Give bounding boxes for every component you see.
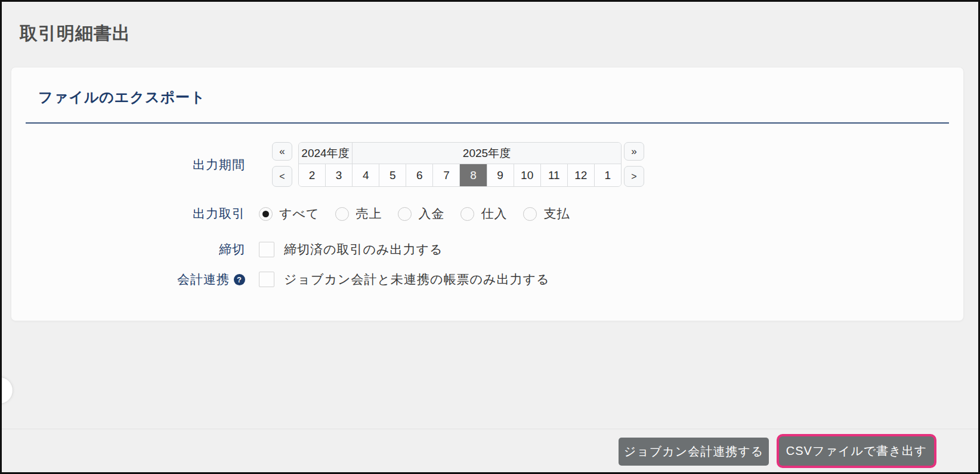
- month-cell-11[interactable]: 11: [541, 164, 568, 186]
- radio-sales-label: 売上: [355, 205, 382, 222]
- radio-selected-icon: [259, 207, 273, 221]
- export-card: ファイルのエクスポート 出力期間 « < 2024年度 2025年度 2 3 4…: [11, 67, 964, 321]
- month-cell-7[interactable]: 7: [433, 164, 460, 186]
- radio-deposit[interactable]: 入金: [398, 205, 444, 222]
- radio-all[interactable]: すべて: [259, 205, 319, 222]
- month-cell-4[interactable]: 4: [353, 164, 379, 186]
- radio-unselected-icon: [523, 207, 537, 221]
- month-cell-5[interactable]: 5: [379, 164, 406, 186]
- month-cell-8-selected[interactable]: 8: [460, 164, 487, 186]
- output-transaction-label: 出力取引: [11, 205, 245, 222]
- month-cell-9[interactable]: 9: [487, 164, 514, 186]
- next-year-button[interactable]: »: [624, 142, 644, 161]
- footer-divider: [0, 429, 980, 429]
- month-row: 2 3 4 5 6 7 8 9 10 11 12 1: [299, 164, 621, 186]
- radio-unselected-icon: [335, 207, 349, 221]
- period-picker: « < 2024年度 2025年度 2 3 4 5 6 7 8 9 10: [272, 142, 644, 187]
- period-right-arrows: » >: [624, 142, 644, 187]
- month-cell-10[interactable]: 10: [514, 164, 541, 186]
- fiscal-year-row: 2024年度 2025年度: [299, 143, 621, 164]
- help-icon[interactable]: ?: [234, 274, 245, 285]
- jobcan-accounting-link-button[interactable]: ジョブカン会計連携する: [619, 438, 769, 466]
- chevron-right-icon: >: [631, 172, 636, 181]
- prev-month-button[interactable]: <: [272, 166, 292, 187]
- output-period-row: 出力期間 « < 2024年度 2025年度 2 3 4 5 6 7 8: [11, 142, 963, 187]
- month-cell-3[interactable]: 3: [326, 164, 353, 186]
- double-chevron-right-icon: »: [631, 146, 636, 156]
- prev-year-button[interactable]: «: [272, 142, 292, 161]
- transaction-radio-group: すべて 売上 入金 仕入 支払: [259, 205, 570, 222]
- csv-export-button[interactable]: CSVファイルで書き出す: [779, 436, 934, 466]
- radio-payment-label: 支払: [543, 205, 570, 222]
- deadline-row: 締切 締切済の取引のみ出力する: [11, 241, 963, 258]
- month-cell-1[interactable]: 1: [595, 164, 621, 186]
- month-cell-6[interactable]: 6: [406, 164, 433, 186]
- page-title: 取引明細書出: [20, 21, 131, 46]
- period-left-arrows: « <: [272, 142, 292, 187]
- accounting-checkbox[interactable]: [259, 272, 274, 287]
- chevron-left-icon: <: [279, 172, 285, 181]
- month-cell-2[interactable]: 2: [299, 164, 326, 186]
- radio-sales[interactable]: 売上: [335, 205, 382, 222]
- period-table: 2024年度 2025年度 2 3 4 5 6 7 8 9 10 11 12 1: [298, 142, 622, 187]
- deadline-label: 締切: [11, 241, 245, 258]
- radio-unselected-icon: [398, 207, 412, 221]
- heading-divider: [26, 122, 949, 124]
- next-month-button[interactable]: >: [624, 166, 644, 187]
- accounting-row: 会計連携 ? ジョブカン会計と未連携の帳票のみ出力する: [11, 271, 963, 288]
- output-period-label: 出力期間: [11, 156, 245, 173]
- fiscal-year-2025: 2025年度: [353, 143, 621, 164]
- radio-all-label: すべて: [279, 205, 319, 222]
- accounting-label: 会計連携 ?: [11, 271, 245, 288]
- accounting-checkbox-label: ジョブカン会計と未連携の帳票のみ出力する: [284, 271, 549, 288]
- double-chevron-left-icon: «: [279, 146, 285, 156]
- side-panel-handle[interactable]: [0, 377, 13, 404]
- deadline-control: 締切済の取引のみ出力する: [259, 241, 443, 258]
- radio-deposit-label: 入金: [418, 205, 444, 222]
- radio-purchase[interactable]: 仕入: [460, 205, 507, 222]
- fiscal-year-2024: 2024年度: [299, 143, 353, 164]
- deadline-checkbox[interactable]: [259, 242, 274, 257]
- accounting-control: ジョブカン会計と未連携の帳票のみ出力する: [259, 271, 549, 288]
- card-heading: ファイルのエクスポート: [38, 88, 206, 107]
- output-transaction-row: 出力取引 すべて 売上 入金 仕入 支払: [11, 205, 963, 222]
- accounting-label-text: 会計連携: [177, 271, 230, 288]
- radio-unselected-icon: [460, 207, 474, 221]
- radio-purchase-label: 仕入: [481, 205, 507, 222]
- month-cell-12[interactable]: 12: [568, 164, 595, 186]
- deadline-checkbox-label: 締切済の取引のみ出力する: [284, 241, 443, 258]
- radio-payment[interactable]: 支払: [523, 205, 570, 222]
